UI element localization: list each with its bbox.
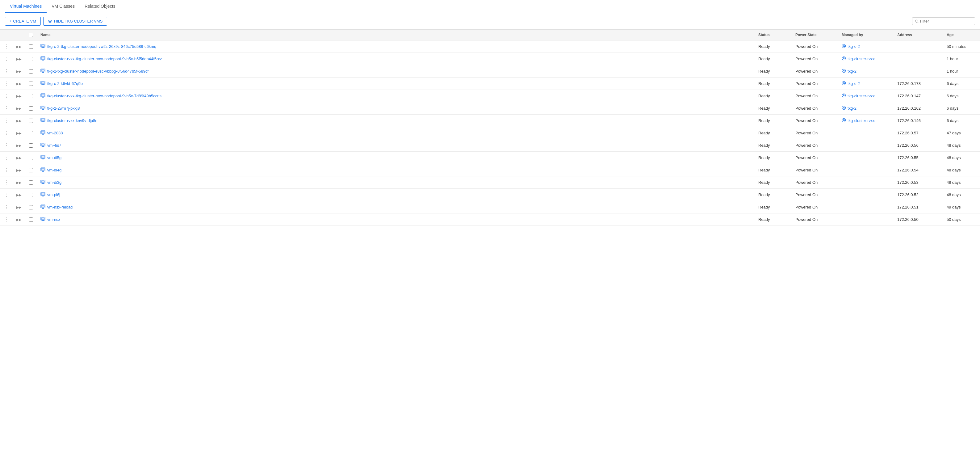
row-checkbox[interactable]	[29, 193, 33, 197]
table-row: ⋮ ▶▶ tkg-2-2wm7j-pxxj8 Ready Powered On	[0, 102, 980, 115]
row-menu-button[interactable]: ⋮	[4, 93, 9, 99]
row-name-cell: vm-di4g	[37, 164, 755, 176]
vm-name-link[interactable]: vm-4is7	[40, 142, 751, 148]
row-checkbox[interactable]	[29, 180, 33, 185]
svg-rect-60	[41, 131, 45, 133]
managed-by-link[interactable]: tkg-2	[842, 106, 890, 111]
row-menu-button[interactable]: ⋮	[4, 180, 9, 185]
row-menu-button[interactable]: ⋮	[4, 167, 9, 173]
row-menu-cell: ⋮	[0, 65, 13, 78]
hide-tkg-cluster-vms-button[interactable]: HIDE TKG CLUSTER VMS	[43, 17, 107, 26]
row-expand-button[interactable]: ▶▶	[16, 206, 21, 209]
filter-input[interactable]	[920, 19, 972, 24]
vm-name-link[interactable]: vm-pl6j	[40, 192, 751, 198]
row-expand-button[interactable]: ▶▶	[16, 168, 21, 172]
vm-name-link[interactable]: vm-di4g	[40, 167, 751, 173]
row-menu-button[interactable]: ⋮	[4, 44, 9, 49]
managed-by-link[interactable]: tkg-c-2	[842, 81, 890, 86]
row-checkbox[interactable]	[29, 144, 33, 148]
vm-name-link[interactable]: tkg-2-2wm7j-pxxj8	[40, 105, 751, 111]
row-expand-button[interactable]: ▶▶	[16, 70, 21, 73]
eye-icon	[48, 19, 52, 24]
row-checkbox[interactable]	[29, 57, 33, 61]
row-checkbox[interactable]	[29, 205, 33, 209]
row-name-cell: tkg-cluster-rvxx-knv9v-djp8n	[37, 115, 755, 127]
row-checkbox[interactable]	[29, 168, 33, 172]
row-expand-button[interactable]: ▶▶	[16, 156, 21, 160]
age-text: 48 days	[947, 180, 961, 185]
row-menu-button[interactable]: ⋮	[4, 69, 9, 74]
row-expand-button[interactable]: ▶▶	[16, 45, 21, 48]
tab-virtual-machines[interactable]: Virtual Machines	[5, 0, 47, 13]
row-menu-button[interactable]: ⋮	[4, 106, 9, 111]
vm-name-link[interactable]: vm-nsx-reload	[40, 204, 751, 210]
row-menu-button[interactable]: ⋮	[4, 217, 9, 222]
row-managed-cell	[838, 127, 894, 139]
status-badge: Ready	[758, 205, 770, 209]
row-menu-button[interactable]: ⋮	[4, 192, 9, 198]
row-expand-button[interactable]: ▶▶	[16, 193, 21, 197]
managed-by-link[interactable]: tkg-cluster-rvxx	[842, 118, 890, 123]
row-checkbox[interactable]	[29, 156, 33, 160]
vm-name-link[interactable]: vm-2838	[40, 130, 751, 136]
row-checkbox[interactable]	[29, 217, 33, 222]
row-checkbox[interactable]	[29, 81, 33, 86]
row-check-cell	[25, 201, 37, 214]
managed-by-link[interactable]: tkg-2	[842, 69, 890, 74]
svg-rect-90	[41, 193, 45, 195]
row-checkbox[interactable]	[29, 131, 33, 135]
filter-container[interactable]	[912, 17, 975, 25]
row-name-cell: tkg-cluster-rvxx-tkg-cluster-rvxx-nodepo…	[37, 90, 755, 102]
vm-name-link[interactable]: vm-nsx	[40, 217, 751, 222]
row-power-cell: Powered On	[792, 139, 838, 151]
row-menu-button[interactable]: ⋮	[4, 130, 9, 136]
row-expand-button[interactable]: ▶▶	[16, 218, 21, 222]
row-menu-button[interactable]: ⋮	[4, 143, 9, 148]
address-text: 172.26.0.52	[897, 193, 918, 197]
address-text: 172.26.0.146	[897, 118, 921, 123]
row-menu-button[interactable]: ⋮	[4, 118, 9, 123]
vm-icon	[40, 130, 45, 136]
row-menu-button[interactable]: ⋮	[4, 155, 9, 160]
row-managed-cell: tkg-2	[838, 102, 894, 115]
vm-icon	[40, 68, 45, 74]
row-menu-button[interactable]: ⋮	[4, 204, 9, 210]
vm-name-text: vm-nsx-reload	[47, 205, 73, 209]
row-menu-button[interactable]: ⋮	[4, 56, 9, 61]
row-age-cell: 48 days	[943, 139, 980, 151]
row-expand-cell: ▶▶	[13, 151, 25, 164]
table-row: ⋮ ▶▶ vm-nsx-reload Ready Powered On 172.…	[0, 201, 980, 214]
row-expand-button[interactable]: ▶▶	[16, 181, 21, 184]
row-power-cell: Powered On	[792, 53, 838, 65]
row-expand-button[interactable]: ▶▶	[16, 82, 21, 86]
row-menu-button[interactable]: ⋮	[4, 81, 9, 86]
row-expand-button[interactable]: ▶▶	[16, 94, 21, 98]
vm-name-link[interactable]: tkg-c-2-k6vkt-67q9b	[40, 81, 751, 86]
select-all-checkbox[interactable]	[29, 33, 33, 37]
row-expand-button[interactable]: ▶▶	[16, 57, 21, 61]
col-status-header: Status	[755, 30, 792, 40]
row-expand-button[interactable]: ▶▶	[16, 107, 21, 110]
managed-by-link[interactable]: tkg-cluster-rvxx	[842, 56, 890, 61]
row-checkbox[interactable]	[29, 69, 33, 73]
tab-vm-classes[interactable]: VM Classes	[47, 0, 80, 13]
vm-name-link[interactable]: vm-di3g	[40, 179, 751, 185]
vm-name-link[interactable]: tkg-2-tkg-cluster-nodepool-e8sc-vbbpg-6f…	[40, 68, 751, 74]
row-checkbox[interactable]	[29, 119, 33, 123]
managed-by-link[interactable]: tkg-cluster-rvxx	[842, 93, 890, 99]
age-text: 50 minutes	[947, 44, 966, 49]
row-checkbox[interactable]	[29, 106, 33, 111]
vm-name-link[interactable]: tkg-c-2-tkg-cluster-nodepool-vw2z-26x9z-…	[40, 43, 751, 49]
create-vm-button[interactable]: + CREATE VM	[5, 17, 41, 26]
row-checkbox[interactable]	[29, 94, 33, 98]
row-checkbox[interactable]	[29, 45, 33, 49]
row-expand-button[interactable]: ▶▶	[16, 131, 21, 135]
vm-name-link[interactable]: tkg-cluster-rvxx-tkg-cluster-rvxx-nodepo…	[40, 93, 751, 99]
vm-name-link[interactable]: tkg-cluster-rvxx-knv9v-djp8n	[40, 118, 751, 124]
vm-name-link[interactable]: vm-di5g	[40, 155, 751, 161]
vm-name-link[interactable]: tkg-cluster-rvxx-tkg-cluster-rvxx-nodepo…	[40, 56, 751, 62]
tab-related-objects[interactable]: Related Objects	[80, 0, 121, 13]
row-expand-button[interactable]: ▶▶	[16, 144, 21, 147]
managed-by-link[interactable]: tkg-c-2	[842, 44, 890, 49]
row-expand-button[interactable]: ▶▶	[16, 119, 21, 123]
